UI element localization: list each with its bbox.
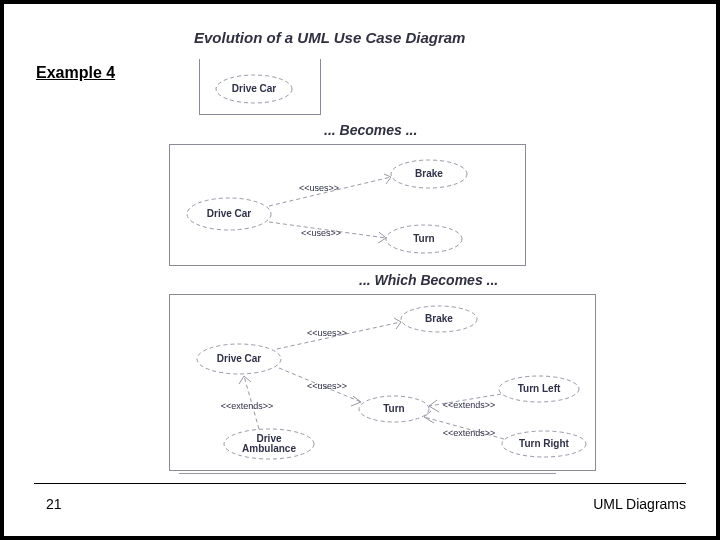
stage3-turn-right: Turn Right	[519, 438, 569, 449]
footer-divider	[34, 483, 686, 484]
slide-frame: Evolution of a UML Use Case Diagram Exam…	[0, 0, 720, 540]
stage3-drive-car: Drive Car	[217, 353, 262, 364]
diagram-title: Evolution of a UML Use Case Diagram	[194, 29, 465, 46]
stage3-extends2: <<extends>>	[443, 400, 496, 410]
footer-label: UML Diagrams	[593, 496, 686, 512]
stage2-drive-car: Drive Car	[207, 208, 252, 219]
stage3-turn-left: Turn Left	[518, 383, 561, 394]
stage3-extends3: <<extends>>	[443, 428, 496, 438]
transition-1: ... Becomes ...	[324, 122, 417, 138]
stage1-drive-car: Drive Car	[232, 83, 277, 94]
stage3-uses1: <<uses>>	[307, 328, 347, 338]
stage2-turn: Turn	[413, 233, 434, 244]
stage3-extends1: <<extends>>	[221, 401, 274, 411]
diagram-bottom-rule	[179, 473, 556, 474]
stage2-uses2: <<uses>>	[301, 228, 341, 238]
stage3-svg: Drive Car Brake Turn Drive Drive Ambulan…	[169, 294, 594, 469]
stage3-brake: Brake	[425, 313, 453, 324]
stage3-turn: Turn	[383, 403, 404, 414]
stage2-uses1: <<uses>>	[299, 183, 339, 193]
page-number: 21	[46, 496, 62, 512]
stage1-svg: Drive Car	[199, 59, 319, 114]
transition-2: ... Which Becomes ...	[359, 272, 498, 288]
stage2-brake: Brake	[415, 168, 443, 179]
example-label: Example 4	[36, 64, 115, 82]
stage3-uses2: <<uses>>	[307, 381, 347, 391]
svg-text:Ambulance: Ambulance	[242, 443, 296, 454]
stage2-svg: Drive Car Brake Turn <<uses>> <<uses>>	[169, 144, 524, 264]
